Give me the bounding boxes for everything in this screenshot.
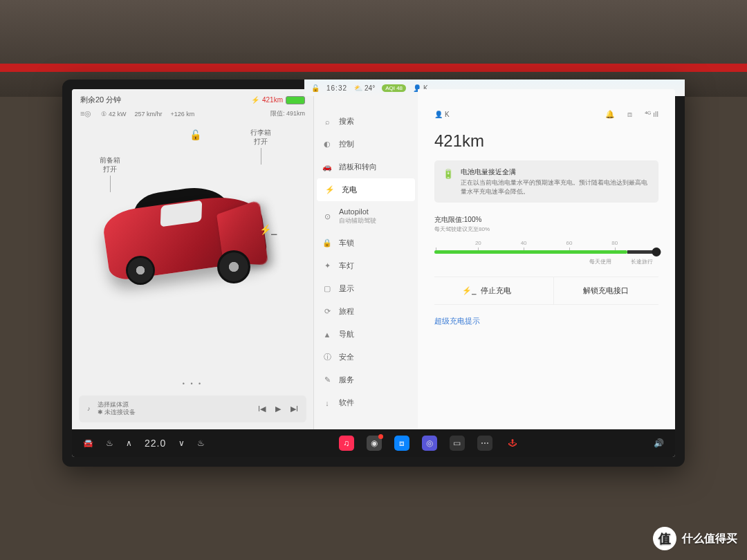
bolt-icon: ⚡	[325, 185, 335, 194]
settings-nav: ⌕搜索 ◐控制 🚗踏板和转向 ⚡充电 ⊙Autopilot自动辅助驾驶 🔒车锁 …	[314, 89, 418, 429]
watermark: 值 什么值得买	[653, 527, 737, 550]
supercharger-tips-link[interactable]: 超级充电提示	[434, 316, 480, 326]
aqi-badge: AQI 48	[382, 89, 406, 92]
bottom-dock: 🚘 ♨ ∧ 22.0 ∨ ♨ ♫ ◉ ⧈ ◎ ▭ ⋯ 🕹 🔊	[72, 429, 675, 457]
lock-status-icon[interactable]: 🔓	[311, 89, 320, 92]
lock-icon: 🔒	[322, 239, 332, 248]
info-title: 电池电量接近全满	[461, 167, 650, 177]
lights-icon: ✦	[322, 261, 332, 270]
trunk-button[interactable]: 行李箱打开	[250, 128, 271, 167]
unlock-icon[interactable]: 🔓	[190, 129, 201, 140]
dock-temp-down[interactable]: ∧	[126, 438, 132, 448]
download-icon: ↓	[322, 399, 332, 407]
car-icon: 🚗	[322, 162, 332, 171]
search-icon: ⌕	[322, 118, 332, 126]
charge-rate: 257 km/hr	[134, 111, 162, 118]
charge-info-box: 🔋 电池电量接近全满 正在以当前电池电量水平的预期速率充电。预计随着电池达到最高…	[434, 160, 658, 203]
dock-seat-icon[interactable]: ♨	[197, 438, 205, 448]
music-note-icon: ♪	[87, 405, 91, 412]
dock-defrost-icon[interactable]: ♨	[106, 438, 113, 448]
media-prev-button[interactable]: I◀	[258, 404, 266, 413]
toggle-icon: ◐	[322, 140, 332, 149]
weather-icon: ⛅	[354, 89, 362, 92]
dock-car-icon[interactable]: 🚘	[83, 438, 93, 448]
range-value: 421km	[262, 96, 283, 104]
range-big: 421km	[434, 131, 658, 151]
display-icon: ▢	[322, 284, 332, 293]
range-added: +126 km	[170, 111, 194, 118]
charge-plug-icon: ⚡⎯	[259, 224, 277, 235]
stop-charging-button[interactable]: ⚡⎯停止充电	[434, 277, 540, 304]
nav-charging[interactable]: ⚡充电	[317, 178, 415, 201]
trips-icon: ⟳	[322, 307, 332, 316]
dock-more-app[interactable]: ⋯	[477, 436, 492, 451]
unlock-port-button[interactable]: 解锁充电接口	[553, 277, 659, 304]
nav-service[interactable]: ✎服务	[314, 368, 418, 391]
nav-navigation[interactable]: ▲导航	[314, 323, 418, 346]
battery-info-icon: 🔋	[443, 169, 454, 196]
car-visualization[interactable]: 前备箱打开 🔓 行李箱打开 ⚡⎯	[72, 122, 313, 376]
car-render: ⚡⎯	[98, 174, 278, 292]
wrench-icon: ✎	[322, 375, 332, 384]
dock-arcade-app[interactable]: 🕹	[505, 436, 520, 451]
media-next-button[interactable]: ▶I	[290, 404, 298, 413]
nav-search[interactable]: ⌕搜索	[314, 110, 418, 133]
supercharger-icon: ⚡	[251, 96, 259, 104]
nav-trips[interactable]: ⟳旅程	[314, 300, 418, 323]
media-player[interactable]: ♪ 选择媒体源 ✱ 未连接设备 I◀ ▶ ▶I	[79, 395, 306, 422]
nav-display[interactable]: ▢显示	[314, 277, 418, 300]
nav-lights[interactable]: ✦车灯	[314, 254, 418, 277]
nav-pedals[interactable]: 🚗踏板和转向	[314, 156, 418, 178]
nav-locks[interactable]: 🔒车锁	[314, 232, 418, 254]
slider-label-trip: 长途旅行	[631, 258, 653, 265]
dock-dashcam-app[interactable]: ◉	[367, 436, 382, 451]
media-device-label: ✱ 未连接设备	[98, 409, 251, 417]
slider-fill	[434, 250, 627, 254]
nav-safety[interactable]: ⓘ安全	[314, 346, 418, 368]
charge-power: ① 42 kW	[101, 111, 126, 118]
charge-limit-title: 充电限值:100%	[434, 215, 658, 225]
charge-limit-sub: 每天驾驶建议充至80%	[434, 225, 658, 233]
bell-icon[interactable]: 🔔	[605, 110, 615, 119]
dock-bluetooth-app[interactable]: ⧈	[394, 436, 409, 451]
dock-volume-icon[interactable]: 🔊	[654, 438, 664, 448]
nav-controls[interactable]: ◐控制	[314, 133, 418, 156]
clock: 16:32	[326, 89, 347, 92]
plug-icon: ⚡⎯	[462, 286, 477, 295]
page-indicator[interactable]: • • •	[72, 376, 313, 391]
touchscreen: 剩余20 分钟 ⚡ 421km ≡◎ ① 42 kW 257 km/hr +12…	[62, 80, 685, 467]
media-source-label: 选择媒体源	[98, 401, 251, 409]
nav-autopilot[interactable]: ⊙Autopilot自动辅助驾驶	[314, 201, 418, 232]
nav-software[interactable]: ↓软件	[314, 391, 418, 414]
steering-icon: ⊙	[322, 212, 332, 221]
dock-temp-up[interactable]: ∨	[178, 438, 185, 448]
outside-temp: 24°	[365, 89, 375, 92]
headlight-icon: ≡◎	[80, 109, 91, 118]
charge-limit: 限值: 491km	[270, 109, 305, 118]
charging-detail: 👤 K 🔔 ⧈ ⁴ᴳ ıll 421km 🔋 电池电量接近全满 正在以当前电池电…	[418, 89, 675, 429]
slider-label-daily: 每天使用	[589, 258, 611, 265]
signal-icon: ⁴ᴳ ıll	[645, 110, 658, 119]
info-icon: ⓘ	[322, 352, 332, 362]
media-play-button[interactable]: ▶	[275, 404, 281, 413]
time-remaining: 剩余20 分钟	[80, 95, 121, 105]
watermark-icon: 值	[653, 527, 676, 550]
cabin-temp[interactable]: 22.0	[145, 438, 166, 449]
charge-limit-slider[interactable]: 20 40 60 80 每天使用 长途旅行	[434, 240, 658, 265]
car-status-panel: 剩余20 分钟 ⚡ 421km ≡◎ ① 42 kW 257 km/hr +12…	[72, 89, 314, 429]
bluetooth-icon[interactable]: ⧈	[627, 110, 632, 119]
dock-phone-app[interactable]: ▭	[450, 436, 465, 451]
battery-icon	[286, 96, 305, 104]
dock-camera-app[interactable]: ◎	[422, 436, 437, 451]
dock-music-app[interactable]: ♫	[339, 436, 354, 451]
nav-icon: ▲	[322, 330, 332, 339]
slider-knob[interactable]	[652, 248, 661, 256]
info-desc: 正在以当前电池电量水平的预期速率充电。预计随着电池达到最高电量水平充电速率会降低…	[461, 178, 650, 196]
detail-profile[interactable]: 👤 K	[434, 111, 450, 118]
